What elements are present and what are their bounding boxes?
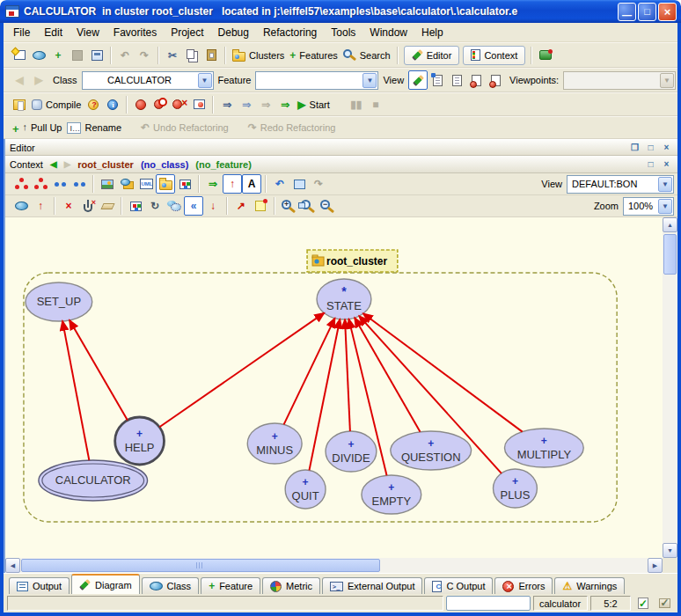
menu-project[interactable]: Project: [164, 25, 210, 40]
vertical-scroll-thumb[interactable]: [663, 234, 677, 275]
new-feature-icon[interactable]: +: [48, 46, 68, 65]
diagram-canvas[interactable]: root_clusterSET_UP*STATE+HELPCALCULATOR+…: [5, 217, 663, 558]
scroll-down-icon[interactable]: ▼: [663, 543, 677, 558]
compile-ok-icon[interactable]: [633, 594, 653, 613]
project-settings-icon[interactable]: [10, 95, 29, 114]
flat-contract-view-button[interactable]: [486, 70, 505, 90]
class-node-plus[interactable]: +PLUS: [494, 469, 538, 508]
horizontal-scroll-thumb[interactable]: [21, 559, 380, 572]
ellipse-style-icon[interactable]: [165, 196, 184, 216]
context-feature-link[interactable]: (no_feature): [195, 159, 252, 170]
step-over-icon[interactable]: ⇒: [237, 95, 256, 114]
tab-external-output[interactable]: External Output: [322, 577, 422, 594]
add-note-icon[interactable]: [251, 196, 270, 216]
inheritance-edge-minus-state[interactable]: [284, 319, 335, 425]
tab-warnings[interactable]: ⚠Warnings: [554, 577, 625, 594]
class-node-calculator[interactable]: CALCULATOR: [39, 460, 148, 501]
inheritance-edge-help-state[interactable]: [159, 313, 324, 428]
melt-button[interactable]: Compile: [29, 95, 84, 114]
tab-errors[interactable]: Errors: [494, 577, 553, 594]
rename-button[interactable]: Rename: [64, 118, 124, 137]
new-window-icon[interactable]: [10, 46, 29, 65]
menu-edit[interactable]: Edit: [37, 25, 70, 40]
diagram-zoom-combo[interactable]: 100% ▼: [623, 197, 674, 216]
context-close-icon[interactable]: ×: [660, 158, 673, 171]
class-node-empty[interactable]: +EMPTY: [362, 475, 421, 514]
info-icon[interactable]: [103, 95, 122, 114]
tab-feature[interactable]: +Feature: [201, 577, 260, 594]
context-toggle-button[interactable]: Context: [463, 46, 525, 65]
menu-debug[interactable]: Debug: [211, 25, 256, 40]
class-figure-icon[interactable]: [117, 174, 136, 194]
start-button[interactable]: ▶Start: [295, 95, 332, 114]
menu-window[interactable]: Window: [362, 25, 414, 40]
rotate-icon[interactable]: ↻: [145, 196, 165, 216]
clusters-button[interactable]: Clusters: [230, 46, 287, 65]
menu-refactoring[interactable]: Refactoring: [256, 25, 324, 40]
class-node-state[interactable]: *STATE: [317, 279, 371, 319]
add-client-link-icon[interactable]: ⇒: [203, 174, 223, 194]
diagram-zoom-combo-arrow-icon[interactable]: ▼: [658, 199, 672, 214]
paste-icon[interactable]: [201, 46, 221, 65]
tab-output[interactable]: Output: [9, 577, 70, 594]
scroll-right-icon[interactable]: ▶: [648, 558, 663, 573]
tab-diagram[interactable]: Diagram: [71, 574, 140, 594]
editor-maximize-icon[interactable]: □: [644, 142, 657, 154]
context-class-link[interactable]: (no_class): [141, 159, 188, 170]
class-node-question[interactable]: +QUESTION: [391, 431, 472, 470]
editor-view-button[interactable]: [408, 70, 428, 90]
menu-view[interactable]: View: [70, 25, 106, 40]
clickable-view-button[interactable]: [447, 70, 466, 90]
analysis-ok-icon[interactable]: [655, 594, 674, 613]
flat-view-button[interactable]: [428, 70, 447, 90]
class-node-minus[interactable]: +MINUS: [247, 423, 302, 464]
class-node-divide[interactable]: +DIVIDE: [326, 431, 377, 472]
supplier-links-icon[interactable]: [50, 174, 70, 194]
scroll-up-icon[interactable]: ▲: [663, 217, 677, 232]
uml-view-icon[interactable]: [136, 174, 156, 194]
context-maximize-icon[interactable]: □: [644, 158, 657, 171]
tab-metric[interactable]: Metric: [262, 577, 320, 594]
remove-breakpoints-icon[interactable]: [170, 95, 189, 114]
enable-breakpoints-icon[interactable]: [131, 95, 150, 114]
breakpoints-tool-icon[interactable]: [189, 95, 209, 114]
external-commands-icon[interactable]: [536, 46, 555, 65]
title-bar[interactable]: CALCULATOR in cluster root_cluster locat…: [0, 0, 681, 23]
class-node-help[interactable]: +HELP: [115, 417, 165, 465]
scroll-left-icon[interactable]: ◀: [5, 558, 20, 573]
editor-toggle-button[interactable]: Editor: [404, 46, 460, 65]
menu-favorites[interactable]: Favorites: [106, 25, 164, 40]
inheritance-edge-calculator-set_up[interactable]: [62, 321, 89, 460]
unanchor-icon[interactable]: [78, 196, 98, 216]
view-settings-icon[interactable]: [175, 174, 194, 194]
copy-icon[interactable]: [182, 46, 201, 65]
inheritance-edge-question-state[interactable]: [355, 318, 420, 432]
diagram-view-combo[interactable]: DEFAULT:BON ▼: [567, 175, 674, 194]
new-class-tool-icon[interactable]: [11, 196, 31, 216]
context-cluster-link[interactable]: root_cluster: [77, 159, 134, 170]
class-combo[interactable]: CALCULATOR ▼: [82, 71, 214, 90]
status-input[interactable]: [446, 596, 531, 611]
new-inheritance-tool-icon[interactable]: ↑: [31, 196, 50, 216]
new-class-icon[interactable]: [29, 46, 48, 65]
vertical-scrollbar[interactable]: ▲ ▼: [663, 217, 677, 558]
diagram-undo-icon[interactable]: ↶: [270, 174, 289, 194]
vertical-scroll-track[interactable]: [663, 232, 677, 543]
minimize-button[interactable]: —: [618, 3, 636, 21]
menu-help[interactable]: Help: [414, 25, 450, 40]
maximize-button[interactable]: □: [638, 3, 656, 21]
force-layout-icon[interactable]: «: [184, 196, 203, 216]
close-button[interactable]: ×: [658, 3, 677, 21]
features-button[interactable]: +Features: [287, 46, 340, 65]
run-ignore-breakpoints-icon[interactable]: ⇒: [275, 95, 295, 114]
add-label-icon[interactable]: A: [242, 174, 261, 194]
client-links-icon[interactable]: [70, 174, 89, 194]
class-node-set_up[interactable]: SET_UP: [26, 282, 92, 321]
disable-breakpoints-icon[interactable]: [150, 95, 170, 114]
class-node-quit[interactable]: +QUIT: [285, 470, 326, 509]
step-into-icon[interactable]: ⇒: [217, 95, 237, 114]
zoom-in-icon[interactable]: [279, 196, 298, 216]
cluster-view-toggle[interactable]: [156, 174, 175, 194]
context-back-icon[interactable]: ◀: [50, 159, 57, 169]
fill-colors-icon[interactable]: [126, 196, 145, 216]
